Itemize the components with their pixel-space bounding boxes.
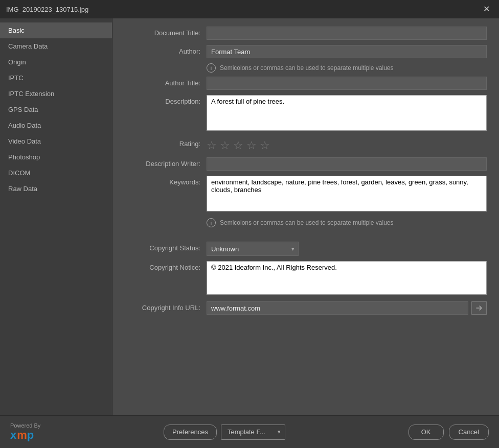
main-panel: Document Title: Author: i Semicolons or …: [112, 18, 499, 415]
sidebar-item-origin[interactable]: Origin: [0, 54, 112, 70]
document-title-input[interactable]: [207, 27, 487, 40]
sidebar-item-raw-data[interactable]: Raw Data: [0, 181, 112, 197]
star-1[interactable]: ☆: [207, 139, 217, 152]
sidebar-item-gps-data[interactable]: GPS Data: [0, 102, 112, 117]
keywords-info-icon: i: [207, 218, 216, 227]
cancel-button[interactable]: Cancel: [449, 425, 489, 440]
document-title-row: Document Title:: [125, 27, 487, 40]
description-control: A forest full of pine trees.: [207, 95, 487, 132]
description-textarea[interactable]: A forest full of pine trees.: [207, 95, 487, 131]
xmp-text2: p: [27, 429, 34, 442]
ok-button[interactable]: OK: [409, 425, 444, 440]
star-5[interactable]: ☆: [260, 139, 270, 152]
footer-buttons: OK Cancel: [409, 425, 489, 440]
sidebar-item-photoshop[interactable]: Photoshop: [0, 149, 112, 165]
copyright-status-label: Copyright Status:: [125, 242, 207, 252]
rating-control: ☆ ☆ ☆ ☆ ☆: [207, 137, 487, 152]
template-wrapper: Template F... None ▾: [221, 425, 285, 440]
description-label: Description:: [125, 95, 207, 105]
author-info-text: Semicolons or commas can be used to sepa…: [220, 64, 394, 72]
author-label: Author:: [125, 45, 207, 55]
description-writer-control: [207, 157, 487, 171]
copyright-url-control: [207, 301, 487, 315]
sidebar-item-iptc-extension[interactable]: IPTC Extension: [0, 86, 112, 102]
xmp-text: x: [10, 429, 17, 442]
sidebar-item-basic[interactable]: Basic: [0, 22, 112, 38]
author-title-control: [207, 77, 487, 90]
sidebar-item-camera-data[interactable]: Camera Data: [0, 38, 112, 54]
sidebar-item-video-data[interactable]: Video Data: [0, 133, 112, 149]
keywords-textarea[interactable]: environment, landscape, nature, pine tre…: [207, 176, 487, 211]
author-row: Author:: [125, 45, 487, 58]
copyright-notice-control: © 2021 Ideaform Inc., All Rights Reserve…: [207, 261, 487, 296]
xmp-brand: Powered By x m p: [10, 422, 40, 442]
copyright-status-select[interactable]: Unknown Copyrighted Public Domain: [207, 242, 299, 256]
main-content: BasicCamera DataOriginIPTCIPTC Extension…: [0, 18, 499, 415]
close-button[interactable]: ✕: [480, 4, 493, 14]
preferences-button[interactable]: Preferences: [164, 425, 217, 440]
go-arrow-icon: [475, 304, 483, 312]
author-title-input[interactable]: [207, 77, 487, 90]
star-2[interactable]: ☆: [220, 139, 230, 152]
copyright-status-row: Copyright Status: Unknown Copyrighted Pu…: [125, 242, 487, 256]
keywords-info-row: i Semicolons or commas can be used to se…: [125, 218, 487, 227]
copyright-status-wrapper: Unknown Copyrighted Public Domain ▾: [207, 242, 299, 256]
description-writer-input[interactable]: [207, 157, 487, 171]
star-3[interactable]: ☆: [233, 139, 243, 152]
description-writer-label: Description Writer:: [125, 157, 207, 168]
copyright-notice-label: Copyright Notice:: [125, 261, 207, 271]
author-title-row: Author Title:: [125, 77, 487, 90]
title-bar: IMG_20190223_130715.jpg ✕: [0, 0, 499, 18]
star-rating: ☆ ☆ ☆ ☆ ☆: [207, 137, 487, 152]
sidebar-item-audio-data[interactable]: Audio Data: [0, 117, 112, 133]
copyright-url-input[interactable]: [207, 301, 468, 315]
sidebar-item-dicom[interactable]: DICOM: [0, 165, 112, 181]
keywords-label: Keywords:: [125, 176, 207, 186]
keywords-info-text: Semicolons or commas can be used to sepa…: [220, 219, 394, 226]
author-title-label: Author Title:: [125, 77, 207, 87]
copyright-url-label: Copyright Info URL:: [125, 301, 207, 312]
dialog-container: IMG_20190223_130715.jpg ✕ BasicCamera Da…: [0, 0, 499, 448]
author-info-icon: i: [207, 63, 216, 73]
document-title-control: [207, 27, 487, 40]
url-go-button[interactable]: [471, 301, 487, 315]
description-row: Description: A forest full of pine trees…: [125, 95, 487, 132]
sidebar-item-iptc[interactable]: IPTC: [0, 70, 112, 86]
star-4[interactable]: ☆: [246, 139, 257, 152]
copyright-notice-textarea[interactable]: © 2021 Ideaform Inc., All Rights Reserve…: [207, 261, 487, 295]
xmp-dot: m: [17, 429, 27, 442]
template-arrow-icon: ▾: [278, 429, 285, 435]
footer-center: Preferences Template F... None ▾: [164, 425, 285, 440]
author-info-row: i Semicolons or commas can be used to se…: [125, 63, 487, 73]
copyright-notice-row: Copyright Notice: © 2021 Ideaform Inc., …: [125, 261, 487, 296]
copyright-status-control: Unknown Copyrighted Public Domain ▾: [207, 242, 487, 256]
rating-label: Rating:: [125, 137, 207, 148]
powered-by-label: Powered By: [10, 422, 40, 429]
keywords-control: environment, landscape, nature, pine tre…: [207, 176, 487, 213]
xmp-logo: x m p: [10, 429, 40, 442]
author-input[interactable]: [207, 45, 487, 58]
rating-row: Rating: ☆ ☆ ☆ ☆ ☆: [125, 137, 487, 152]
keywords-row: Keywords: environment, landscape, nature…: [125, 176, 487, 213]
author-control: [207, 45, 487, 58]
footer: Powered By x m p Preferences Template F.…: [0, 415, 499, 448]
copyright-url-row: Copyright Info URL:: [125, 301, 487, 315]
template-select[interactable]: Template F... None: [221, 426, 278, 438]
title-bar-filename: IMG_20190223_130715.jpg: [6, 6, 88, 13]
sidebar: BasicCamera DataOriginIPTCIPTC Extension…: [0, 18, 112, 415]
document-title-label: Document Title:: [125, 27, 207, 37]
description-writer-row: Description Writer:: [125, 157, 487, 171]
